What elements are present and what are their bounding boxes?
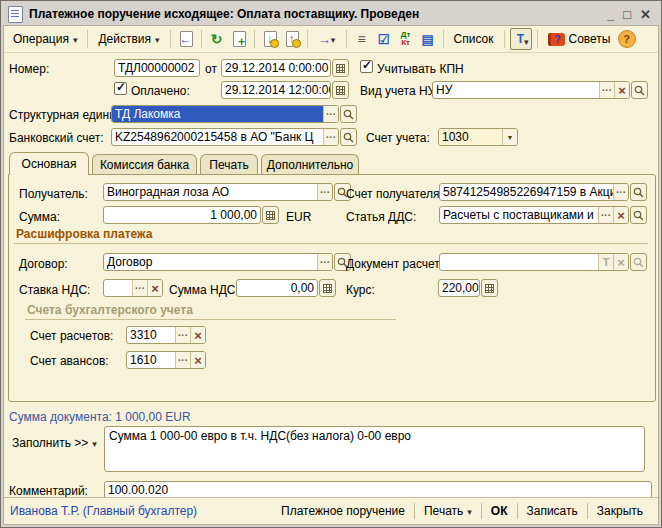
document-window: Платежное поручение исходящее: Оплата по… bbox=[0, 0, 662, 528]
chevron-down-icon bbox=[155, 32, 160, 46]
ellipsis-choose-button[interactable] bbox=[599, 82, 614, 98]
ellipsis-choose-button[interactable] bbox=[323, 106, 338, 122]
list-button[interactable]: Список bbox=[449, 30, 499, 48]
settlement-account-label: Счет расчетов: bbox=[30, 329, 113, 343]
structural-unit-open-button[interactable] bbox=[340, 105, 357, 123]
settlement-doc-open-button[interactable] bbox=[630, 253, 647, 271]
kpn-checkbox[interactable] bbox=[360, 60, 373, 73]
unpost-document-button[interactable]: ↑ bbox=[282, 29, 302, 49]
clear-button[interactable] bbox=[190, 352, 205, 368]
help-button[interactable]: ? bbox=[618, 30, 636, 48]
ellipsis-choose-button[interactable] bbox=[323, 129, 338, 145]
paid-date-field[interactable]: 29.12.2014 12:00:00 bbox=[221, 81, 331, 99]
structural-unit-value: ТД Лакомка bbox=[112, 106, 323, 122]
nu-kind-field[interactable]: НУ bbox=[432, 81, 630, 99]
vat-rate-field[interactable] bbox=[103, 279, 163, 297]
ellipsis-choose-button[interactable] bbox=[175, 352, 190, 368]
ellipsis-choose-button[interactable] bbox=[132, 280, 147, 296]
filter-by-value-button[interactable]: Т bbox=[510, 28, 532, 50]
ellipsis-choose-button[interactable] bbox=[175, 327, 190, 343]
clear-button[interactable] bbox=[147, 280, 162, 296]
date-calendar-button[interactable] bbox=[332, 59, 349, 77]
tab-print[interactable]: Печать bbox=[200, 154, 258, 174]
doc-type-button[interactable]: Платежное поручение bbox=[272, 504, 414, 518]
go-to-button[interactable]: → bbox=[313, 29, 341, 49]
dropdown-arrow-icon[interactable] bbox=[502, 129, 517, 145]
refresh-button[interactable]: ↻ bbox=[207, 29, 227, 49]
sum-field[interactable]: 1 000,00 bbox=[103, 206, 261, 224]
maximize-button[interactable]: □ bbox=[623, 7, 631, 22]
print-button[interactable]: Печать bbox=[415, 504, 481, 518]
copy-button[interactable]: + bbox=[229, 29, 249, 49]
debit-credit-icon: Дт Кт bbox=[401, 31, 411, 47]
reread-button[interactable]: ← bbox=[176, 29, 196, 49]
ok-button[interactable]: ОК bbox=[482, 504, 517, 518]
actions-menu-button[interactable]: Действия bbox=[93, 30, 164, 48]
toolbar-separator bbox=[443, 30, 444, 48]
report-button[interactable]: ▤ bbox=[418, 29, 438, 49]
chevron-down-icon bbox=[467, 504, 472, 518]
settlement-doc-field[interactable] bbox=[439, 253, 629, 271]
toolbar-separator bbox=[254, 30, 255, 48]
document-structure-button[interactable]: ≡ bbox=[352, 29, 372, 49]
advance-account-label: Счет авансов: bbox=[30, 354, 109, 368]
rate-field[interactable]: 220,00 bbox=[438, 279, 480, 297]
payment-purpose-field[interactable]: Сумма 1 000-00 евро в т.ч. НДС(без налог… bbox=[104, 426, 645, 472]
tips-button[interactable]: ? Советы bbox=[543, 30, 616, 48]
sum-calculator-button[interactable] bbox=[262, 206, 279, 224]
rate-calculator-button[interactable] bbox=[481, 279, 498, 297]
list-lines-icon: ≡ bbox=[357, 32, 365, 46]
settlement-account-field[interactable]: 3310 bbox=[126, 326, 206, 344]
date-field[interactable]: 29.12.2014 0:00:00 bbox=[221, 59, 331, 77]
document-sum-text: Сумма документа: 1 000,00 EUR bbox=[9, 410, 191, 424]
ellipsis-choose-button[interactable] bbox=[317, 184, 332, 200]
bank-account-field[interactable]: KZ2548962000215458 в АО "Банк Ц bbox=[111, 128, 339, 146]
nu-open-button[interactable] bbox=[631, 81, 648, 99]
advance-account-field[interactable]: 1610 bbox=[126, 351, 206, 369]
clear-button[interactable] bbox=[613, 254, 628, 270]
save-label: Записать bbox=[527, 504, 578, 518]
tab-bank-commission[interactable]: Комиссия банка bbox=[92, 154, 197, 174]
save-button[interactable]: Записать bbox=[518, 504, 587, 518]
structural-unit-field[interactable]: ТД Лакомка bbox=[111, 105, 339, 123]
ellipsis-choose-button[interactable] bbox=[598, 207, 613, 223]
dds-field[interactable]: Расчеты с поставщиками и под bbox=[439, 206, 629, 224]
paid-date-calendar-button[interactable] bbox=[332, 81, 349, 99]
settlement-account-value: 3310 bbox=[127, 327, 175, 343]
credit-label: Кт bbox=[401, 39, 410, 47]
ellipsis-choose-button[interactable] bbox=[613, 184, 628, 200]
section-divider bbox=[25, 319, 396, 320]
close-button[interactable]: ✕ bbox=[640, 7, 651, 22]
number-field[interactable]: ТДЛ00000002 bbox=[114, 59, 200, 77]
tab-additional[interactable]: Дополнительно bbox=[261, 154, 359, 174]
minimize-button[interactable]: _ bbox=[607, 7, 614, 22]
payee-account-field[interactable]: 58741254985226947159 в Акционер bbox=[439, 183, 629, 201]
settings-list-button[interactable]: ☑ bbox=[374, 29, 394, 49]
operation-menu-button[interactable]: Операция bbox=[8, 30, 82, 48]
dds-open-button[interactable] bbox=[630, 206, 647, 224]
close-form-button[interactable]: Закрыть bbox=[588, 504, 652, 518]
nu-kind-value: НУ bbox=[433, 82, 599, 98]
post-document-button[interactable]: ↓ bbox=[260, 29, 280, 49]
debit-credit-button[interactable]: Дт Кт bbox=[396, 29, 416, 49]
clear-button[interactable] bbox=[614, 82, 629, 98]
clear-button[interactable] bbox=[190, 327, 205, 343]
report-icon: ▤ bbox=[421, 33, 433, 46]
clear-button[interactable] bbox=[613, 207, 628, 223]
vat-sum-calculator-button[interactable] bbox=[319, 279, 336, 297]
tips-book-icon: ? bbox=[548, 33, 565, 46]
type-select-button[interactable] bbox=[598, 254, 613, 270]
refresh-icon: ↻ bbox=[211, 32, 223, 46]
payee-field[interactable]: Виноградная лоза АО bbox=[103, 183, 333, 201]
tab-main[interactable]: Основная bbox=[9, 152, 89, 175]
advance-account-value: 1610 bbox=[127, 352, 175, 368]
contract-field[interactable]: Договор bbox=[103, 253, 333, 271]
ledger-account-combo[interactable]: 1030 bbox=[438, 128, 518, 146]
fill-button-label: Заполнить >> bbox=[12, 436, 88, 450]
fill-button[interactable]: Заполнить >> bbox=[12, 436, 97, 450]
payee-account-open-button[interactable] bbox=[630, 183, 647, 201]
paid-checkbox[interactable] bbox=[114, 82, 127, 95]
ellipsis-choose-button[interactable] bbox=[317, 254, 332, 270]
bank-account-open-button[interactable] bbox=[340, 128, 357, 146]
vat-sum-field[interactable]: 0,00 bbox=[236, 279, 318, 297]
